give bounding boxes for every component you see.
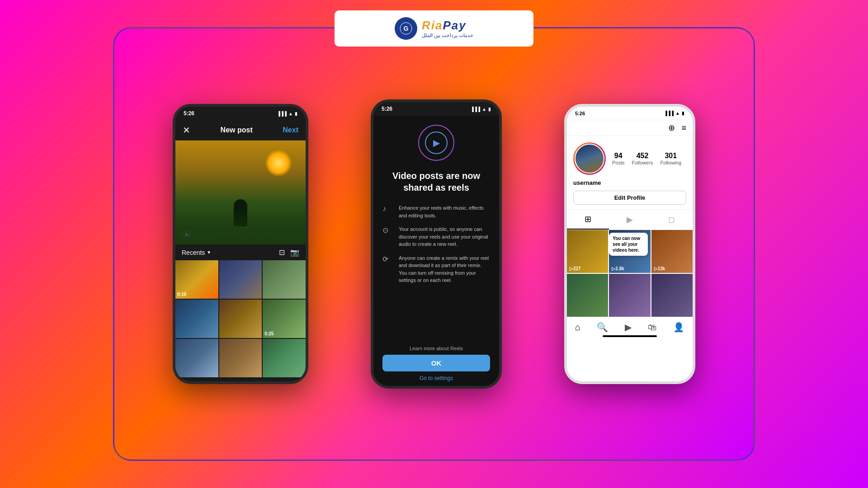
photo-cell-3[interactable] <box>263 260 306 299</box>
post-preview-image: ↻ <box>175 141 306 244</box>
logo-subtitle: خدمات پرداخت بین الملل <box>422 33 473 38</box>
recents-action-icons: ⊡ 📷 <box>279 248 299 257</box>
photo-cell-9[interactable] <box>263 339 306 377</box>
duration-1: 0:10 <box>177 292 186 297</box>
home-indicator <box>603 335 657 337</box>
next-button[interactable]: Next <box>283 126 298 134</box>
photo-cell-6[interactable]: 0:25 <box>263 300 306 338</box>
camera-icon[interactable]: 📷 <box>290 248 299 257</box>
photo-cell-1[interactable]: 0:10 <box>175 260 218 299</box>
profile-nav-icon[interactable]: 👤 <box>673 322 684 333</box>
edit-profile-button[interactable]: Edit Profile <box>573 191 686 205</box>
phone3-status-bar: 5:26 ▐▐▐ ▲ ▮ <box>567 107 693 120</box>
posts-stat: 94 Posts <box>612 152 625 165</box>
home-nav-icon[interactable]: ⌂ <box>575 322 580 333</box>
photo-cell-5[interactable] <box>219 300 262 338</box>
photo-cell-4[interactable] <box>175 300 218 338</box>
logo-name: RiaPay <box>422 19 473 33</box>
video-cell-4[interactable] <box>567 274 608 317</box>
photo-cell-7[interactable] <box>175 339 218 377</box>
close-button[interactable]: ✕ <box>183 125 190 136</box>
wifi-icon: ▲ <box>675 111 680 116</box>
rotate-icon[interactable]: ↻ <box>182 230 192 240</box>
tab-story[interactable]: STORY <box>212 383 239 384</box>
view-count-3: ▷13k <box>654 266 665 271</box>
signal-icon: ▐▐▐ <box>664 111 674 116</box>
tab-grid[interactable]: ⊞ <box>567 210 609 230</box>
followers-count: 452 <box>637 152 649 160</box>
multi-select-icon[interactable]: ⊡ <box>279 248 285 257</box>
phone3-status-icons: ▐▐▐ ▲ ▮ <box>664 111 684 116</box>
phone2-body: ▶ Video posts are now shared as reels ♪ … <box>373 116 499 386</box>
tab-live[interactable]: LIVE <box>280 383 301 384</box>
wifi-icon: ▲ <box>288 111 293 116</box>
svg-text:G: G <box>403 25 408 32</box>
avatar-image <box>575 144 604 174</box>
followers-stat[interactable]: 452 Followers <box>632 152 653 165</box>
profile-stats: 94 Posts 452 Followers 301 Following <box>612 152 681 165</box>
phone-3: 5:26 ▐▐▐ ▲ ▮ ⊕ ≡ 94 Posts <box>564 104 695 384</box>
username: username <box>573 179 686 186</box>
bottom-nav: ⌂ 🔍 ▶ 🛍 👤 <box>567 317 693 335</box>
phone1-time: 5:26 <box>184 110 194 117</box>
logo-bar: G RiaPay خدمات پرداخت بین الملل <box>335 10 533 47</box>
ok-button[interactable]: OK <box>382 355 490 371</box>
video-cell-1[interactable]: ▷227 <box>567 230 608 273</box>
battery-icon: ▮ <box>682 111 684 116</box>
profile-name-section: username <box>567 179 693 191</box>
play-icon: ▶ <box>433 137 440 148</box>
instagram-header: ⊕ ≡ <box>567 120 693 136</box>
video-grid: ▷227 You can now see all your videos her… <box>567 230 693 317</box>
video-cell-3[interactable]: ▷13k <box>651 230 693 273</box>
view-count-2: ▷2.8k <box>612 266 624 271</box>
profile-content-tabs: ⊞ ▶ ◻ <box>567 209 693 230</box>
feature-item-3: ⟳ Anyone can create a remix with your re… <box>382 254 490 284</box>
shop-nav-icon[interactable]: 🛍 <box>648 322 657 333</box>
logo-icon: G <box>395 17 417 40</box>
photo-grid: 0:10 0:25 <box>175 260 306 377</box>
music-icon: ♪ <box>382 205 393 216</box>
feature-item-1: ♪ Enhance your reels with music, effects… <box>382 204 490 219</box>
posts-count: 94 <box>614 152 623 160</box>
recents-label[interactable]: Recents ▼ <box>182 249 211 256</box>
remix-icon: ⟳ <box>382 255 393 266</box>
menu-icon[interactable]: ≡ <box>681 123 686 133</box>
phone1-header: ✕ New post Next <box>175 120 306 141</box>
phone2-time: 5:26 <box>382 106 392 112</box>
new-post-title: New post <box>221 126 253 134</box>
phone2-status-icons: ▐▐▐ ▲ ▮ <box>471 107 491 112</box>
view-count-1: ▷227 <box>570 266 581 271</box>
feature-item-2: ⊙ Your account is public, so anyone can … <box>382 225 490 248</box>
phone-2: 5:26 ▐▐▐ ▲ ▮ ▶ Video posts are now share… <box>371 99 502 389</box>
video-cell-5[interactable] <box>609 274 650 317</box>
phone2-status-bar: 5:26 ▐▐▐ ▲ ▮ <box>373 102 499 116</box>
following-label: Following <box>660 160 681 165</box>
reels-nav-icon[interactable]: ▶ <box>625 322 632 333</box>
tab-post[interactable]: POST <box>181 383 204 384</box>
photo-cell-2[interactable] <box>219 260 262 299</box>
search-nav-icon[interactable]: 🔍 <box>597 322 608 333</box>
phone3-time: 5:26 <box>575 111 585 116</box>
avatar-ring[interactable] <box>573 142 606 175</box>
following-stat[interactable]: 301 Following <box>660 152 681 165</box>
phone1-status-icons: ▐▐▐ ▲ ▮ <box>277 111 297 116</box>
posts-label: Posts <box>612 160 625 165</box>
feature-list: ♪ Enhance your reels with music, effects… <box>382 204 490 284</box>
video-cell-2[interactable]: You can now see all your videos here. ▷2… <box>609 230 650 273</box>
add-content-icon[interactable]: ⊕ <box>668 123 675 133</box>
photo-cell-8[interactable] <box>219 339 262 377</box>
tab-reels[interactable]: ▶ <box>609 210 651 230</box>
tab-tagged[interactable]: ◻ <box>651 210 693 230</box>
learn-more-link[interactable]: Learn more about Reels <box>410 346 463 351</box>
video-cell-6[interactable] <box>651 274 693 317</box>
feature-text-3: Anyone can create a remix with your reel… <box>399 254 490 284</box>
person-circle-icon: ⊙ <box>382 226 393 237</box>
signal-icon: ▐▐▐ <box>471 107 480 112</box>
wifi-icon: ▲ <box>482 107 486 112</box>
phone1-status-bar: 5:26 ▐▐▐ ▲ ▮ <box>175 107 306 120</box>
go-to-settings-link[interactable]: Go to settings <box>420 375 453 381</box>
reels-announcement-title: Video posts are now shared as reels <box>382 170 490 193</box>
reel-icon-inner: ▶ <box>425 131 448 154</box>
phone-1: 5:26 ▐▐▐ ▲ ▮ ✕ New post Next ↻ Recents ▼ <box>173 104 308 384</box>
tab-reel[interactable]: REEL <box>249 383 271 384</box>
